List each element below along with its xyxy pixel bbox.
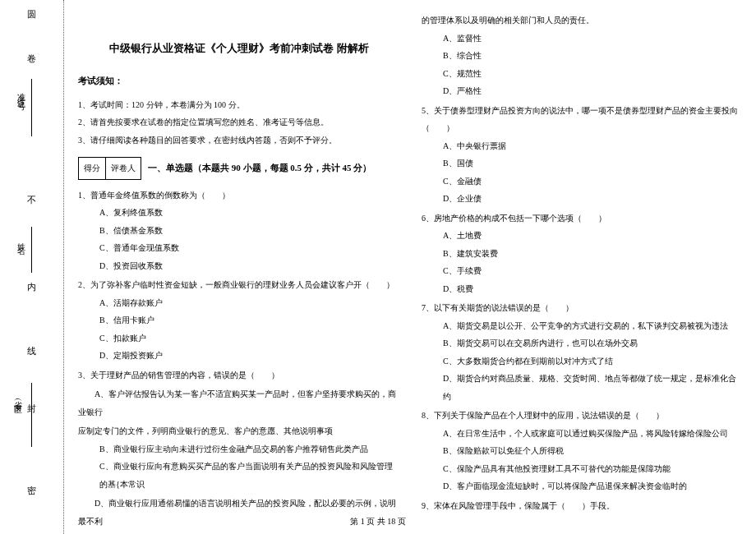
binding-margin: 圆 卷 准考证号 不 姓名 内 线 省（市区） 封 密 — [0, 0, 64, 534]
grader-label: 评卷人 — [106, 158, 141, 179]
option-line: D、税费 — [422, 280, 744, 298]
option-line: D、定期投资账户 — [78, 347, 400, 365]
option-line: C、扣款账户 — [78, 329, 400, 348]
option-line: B、偿债基金系数 — [78, 222, 400, 240]
question-line: 的管理体系以及明确的相关部门和人员的责任。 — [422, 12, 744, 30]
binding-char: 封 — [0, 403, 64, 415]
notice-line: 1、考试时间：120 分钟，本卷满分为 100 分。 — [78, 96, 400, 114]
binding-char: 线 — [0, 345, 64, 357]
option-line: B、综合性 — [422, 47, 744, 65]
binding-char: 卷 — [0, 53, 64, 65]
name-line — [31, 227, 32, 273]
name-label: 姓名 — [15, 237, 26, 243]
left-column: 中级银行从业资格证《个人理财》考前冲刺试卷 附解析 考试须知： 1、考试时间：1… — [78, 10, 400, 534]
option-line: D、期货合约对商品质量、规格、交货时间、地点等都做了统一规定，是标准化合约 — [422, 370, 744, 405]
option-line: D、严格性 — [422, 82, 744, 100]
page-footer: 第 1 页 共 18 页 — [0, 516, 756, 527]
option-line: A、复利终值系数 — [78, 204, 400, 222]
notice-line: 3、请仔细阅读各种题目的回答要求，在密封线内答题，否则不予评分。 — [78, 131, 400, 150]
option-line: B、商业银行应主动向未进行过衍生金融产品交易的客户推荐销售此类产品 — [78, 440, 400, 458]
score-section-row: 得分 评卷人 一、单选题（本题共 90 小题，每题 0.5 分，共计 45 分） — [78, 157, 400, 180]
question-line: 9、宋体在风险管理手段中，保险属于（ ）手段。 — [422, 497, 744, 515]
option-line: D、投资回收系数 — [78, 257, 400, 275]
option-line: A、活期存款账户 — [78, 294, 400, 312]
question-line: 7、以下有关期货的说法错误的是（ ） — [422, 299, 744, 317]
exam-title: 中级银行从业资格证《个人理财》考前冲刺试卷 附解析 — [78, 38, 400, 60]
option-line: B、建筑安装费 — [422, 245, 744, 263]
option-line: C、金融债 — [422, 173, 744, 191]
page-content: 中级银行从业资格证《个人理财》考前冲刺试卷 附解析 考试须知： 1、考试时间：1… — [78, 10, 744, 534]
notice-heading: 考试须知： — [78, 71, 400, 91]
option-line: B、期货交易可以在交易所内进行，也可以在场外交易 — [422, 334, 744, 352]
option-line: C、保险产品具有其他投资理财工具不可替代的功能是保障功能 — [422, 460, 744, 478]
score-label: 得分 — [79, 158, 106, 179]
question-line: 8、下列关于保险产品在个人理财中的应用，说法错误的是（ ） — [422, 407, 744, 425]
option-line: B、国债 — [422, 154, 744, 173]
right-column: 的管理体系以及明确的相关部门和人员的责任。A、监督性B、综合性C、规范性D、严格… — [422, 10, 744, 534]
option-line: B、信用卡账户 — [78, 311, 400, 329]
option-line: D、企业债 — [422, 190, 744, 208]
question-line: A、客户评估报告认为某一客户不适宜购买某一产品时，但客户坚持要求购买的，商业银行 — [78, 385, 400, 421]
binding-char: 内 — [0, 281, 64, 293]
option-line: A、期货交易是以公开、公平竞争的方式进行交易的，私下谈判交易被视为违法 — [422, 317, 744, 335]
score-box: 得分 评卷人 — [78, 157, 141, 180]
option-line: A、土地费 — [422, 227, 744, 245]
section-heading: 一、单选题（本题共 90 小题，每题 0.5 分，共计 45 分） — [148, 159, 371, 178]
option-line: C、大多数期货合约都在到期前以对冲方式了结 — [422, 352, 744, 371]
exam-id-label: 准考证号 — [15, 86, 26, 99]
province-line — [31, 383, 32, 447]
province-label: 省（市区） — [12, 394, 23, 403]
option-line: C、普通年金现值系数 — [78, 239, 400, 257]
question-line: 2、为了弥补客户临时性资金短缺，一般商业银行的理财业务人员会建议客户开（ ） — [78, 276, 400, 294]
option-line: A、在日常生活中，个人或家庭可以通过购买保险产品，将风险转嫁给保险公司 — [422, 425, 744, 443]
question-line: 1、普通年金终值系数的倒数称为（ ） — [78, 186, 400, 205]
exam-id-line — [31, 79, 32, 136]
option-line: D、客户面临现金流短缺时，可以将保险产品退保来解决资金临时的 — [422, 477, 744, 495]
option-line: C、商业银行应向有意购买买产品的客户当面说明有关产品的投资风险和风险管理的基{本… — [78, 458, 400, 493]
binding-char: 不 — [0, 194, 64, 206]
option-line: C、手续费 — [422, 262, 744, 280]
question-line: 3、关于理财产品的销售管理的内容，错误的是（ ） — [78, 366, 400, 384]
option-line: B、保险赔款可以免征个人所得税 — [422, 442, 744, 460]
option-line: A、监督性 — [422, 30, 744, 48]
binding-char: 圆 — [0, 8, 64, 21]
question-line: 6、房地产价格的构成不包括一下哪个选项（ ） — [422, 209, 744, 228]
option-line: A、中央银行票据 — [422, 137, 744, 155]
question-line: 5、关于债券型理财产品投资方向的说法中，哪一项不是债券型理财产品的资金主要投向（… — [422, 102, 744, 137]
question-line: 应制定专门的文件，列明商业银行的意见、客户的意愿、其他说明事项 — [78, 422, 400, 440]
notice-line: 2、请首先按要求在试卷的指定位置填写您的姓名、准考证号等信息。 — [78, 113, 400, 131]
binding-char: 密 — [0, 485, 64, 497]
option-line: C、规范性 — [422, 65, 744, 83]
